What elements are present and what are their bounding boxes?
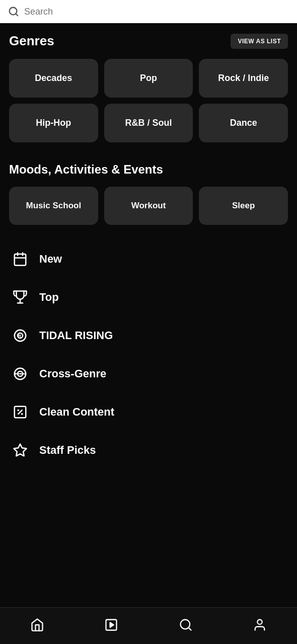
nav-item-tidal-rising[interactable]: R TIDAL RISING (9, 316, 288, 355)
moods-section: Moods, Activities & Events Music School … (9, 163, 288, 225)
moods-title: Moods, Activities & Events (9, 163, 288, 177)
svg-line-1 (16, 14, 18, 16)
genre-chip-hip-hop[interactable]: Hip-Hop (9, 104, 98, 142)
genres-grid: Decades Pop Rock / Indie Hip-Hop R&B / S… (9, 59, 288, 142)
svg-text:R: R (18, 334, 22, 339)
trophy-icon (11, 288, 29, 306)
moods-row: Music School Workout Sleep (9, 187, 288, 225)
nav-list: New Top R (9, 240, 288, 469)
nav-item-top[interactable]: Top (9, 278, 288, 316)
bottom-nav-search[interactable] (169, 615, 203, 635)
nav-item-cross-genre[interactable]: Cross-Genre (9, 355, 288, 393)
nav-item-clean-content[interactable]: Clean Content (9, 393, 288, 431)
view-as-list-button[interactable]: VIEW AS LIST (231, 34, 288, 49)
bottom-nav-play[interactable] (94, 615, 128, 635)
mood-chip-music-school[interactable]: Music School (9, 187, 98, 225)
genres-row-1: Decades Pop Rock / Indie (9, 59, 288, 98)
nav-label-top: Top (39, 291, 59, 304)
nav-label-cross-genre: Cross-Genre (39, 367, 106, 380)
calendar-icon (11, 250, 29, 268)
cross-genre-icon (11, 365, 29, 383)
svg-marker-18 (14, 444, 27, 456)
svg-rect-2 (15, 254, 26, 266)
clean-content-icon (11, 403, 29, 421)
bottom-nav (0, 607, 297, 644)
genres-title: Genres (9, 33, 54, 49)
genre-chip-rock-indie[interactable]: Rock / Indie (199, 59, 288, 98)
nav-label-tidal-rising: TIDAL RISING (39, 329, 113, 342)
svg-point-23 (258, 620, 262, 624)
genre-chip-rnb-soul[interactable]: R&B / Soul (104, 104, 193, 142)
tidal-rising-icon: R (11, 327, 29, 345)
nav-item-new[interactable]: New (9, 240, 288, 278)
search-icon (8, 6, 19, 17)
nav-label-new: New (39, 253, 62, 266)
mood-chip-workout[interactable]: Workout (104, 187, 193, 225)
genre-chip-decades[interactable]: Decades (9, 59, 98, 98)
svg-line-22 (188, 627, 191, 630)
svg-marker-20 (110, 622, 114, 627)
mood-chip-sleep[interactable]: Sleep (199, 187, 288, 225)
genres-section-header: Genres VIEW AS LIST (9, 33, 288, 49)
bottom-nav-profile[interactable] (243, 615, 277, 635)
main-content: Genres VIEW AS LIST Decades Pop Rock / I… (0, 23, 297, 520)
star-icon (11, 441, 29, 459)
genre-chip-pop[interactable]: Pop (104, 59, 193, 98)
nav-item-staff-picks[interactable]: Staff Picks (9, 431, 288, 469)
search-input[interactable] (24, 7, 289, 17)
search-container (0, 0, 297, 23)
genre-chip-dance[interactable]: Dance (199, 104, 288, 142)
genres-row-2: Hip-Hop R&B / Soul Dance (9, 104, 288, 142)
bottom-nav-home[interactable] (20, 615, 54, 635)
nav-label-clean-content: Clean Content (39, 406, 114, 419)
nav-label-staff-picks: Staff Picks (39, 444, 96, 457)
